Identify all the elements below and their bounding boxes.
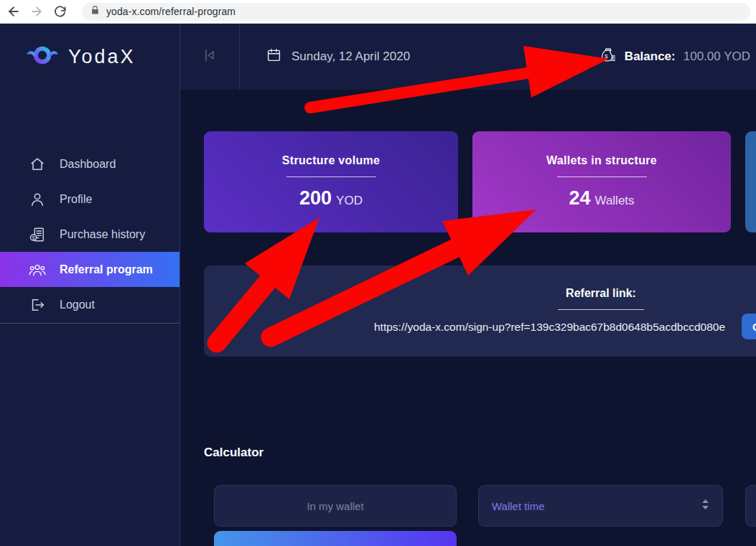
- logout-icon: [29, 296, 46, 314]
- stat-cards-row: Structure volume 200YOD Wallets in struc…: [204, 131, 756, 232]
- yodax-logo-icon: [26, 41, 59, 72]
- brand-name: YodaX: [68, 46, 136, 68]
- browser-back-icon[interactable]: [6, 4, 22, 19]
- content-column: Sunday, 12 April 2020 $ Balance: 100.00 …: [179, 24, 756, 546]
- referral-label-divider: [558, 309, 644, 310]
- logo[interactable]: YodaX: [0, 24, 179, 90]
- referral-link-label: Referral link:: [558, 287, 644, 300]
- referral-link-url: https://yoda-x.com/sign-up?ref=139c329ba…: [374, 321, 725, 334]
- sidebar-item-purchase-history[interactable]: $ Purchase history: [0, 217, 179, 252]
- money-bag-icon: $: [600, 47, 617, 67]
- structure-volume-card: Structure volume 200YOD: [204, 131, 458, 232]
- sidebar-item-dashboard[interactable]: Dashboard: [0, 146, 179, 182]
- stepper-arrows-icon: [701, 499, 709, 513]
- referral-link-panel: Referral link: https://yoda-x.com/sign-u…: [204, 265, 756, 357]
- card-value-row: 24Wallets: [569, 187, 634, 210]
- main-content: Structure volume 200YOD Wallets in struc…: [180, 90, 756, 546]
- svg-text:$: $: [32, 234, 34, 240]
- card-value: 24: [569, 187, 590, 209]
- sidebar: YodaX Dashboard Profile $ Purchase histo…: [0, 24, 179, 546]
- collapse-sidebar-icon: [202, 47, 218, 67]
- referral-icon: [29, 261, 46, 278]
- calculator-title: Calculator: [204, 446, 263, 460]
- sidebar-menu: Dashboard Profile $ Purchase history Ref…: [0, 146, 179, 322]
- calendar-icon: [266, 47, 281, 66]
- card-divider: [286, 176, 376, 177]
- wallet-time-select[interactable]: Wallet time: [478, 485, 723, 527]
- sidebar-item-label: Profile: [60, 193, 92, 206]
- top-header: Sunday, 12 April 2020 $ Balance: 100.00 …: [180, 24, 756, 90]
- sidebar-item-label: Purchase history: [60, 228, 145, 241]
- sidebar-item-logout[interactable]: Logout: [0, 287, 179, 322]
- in-my-wallet-input[interactable]: [214, 485, 457, 527]
- purchase-history-icon: $: [29, 226, 46, 243]
- copy-referral-link-button[interactable]: C: [742, 314, 756, 339]
- sidebar-item-label: Referral program: [60, 263, 153, 276]
- calculate-button[interactable]: [214, 531, 457, 546]
- sidebar-item-referral-program[interactable]: Referral program: [0, 252, 179, 287]
- sidebar-collapse-button[interactable]: [180, 24, 240, 90]
- card-unit: YOD: [336, 194, 363, 207]
- balance-value: 100.00 YOD: [683, 50, 750, 64]
- balance-label: Balance:: [625, 50, 676, 64]
- clipped-calculator-input[interactable]: [745, 485, 756, 527]
- sidebar-divider: [0, 323, 179, 324]
- app-frame: YodaX Dashboard Profile $ Purchase histo…: [0, 24, 756, 546]
- balance-display: $ Balance: 100.00 YOD: [600, 47, 756, 67]
- browser-toolbar: yoda-x.com/referral-program: [0, 0, 756, 24]
- card-divider: [557, 176, 647, 177]
- card-unit: Wallets: [594, 194, 634, 207]
- card-title: Structure volume: [282, 154, 380, 167]
- browser-refresh-icon[interactable]: [52, 4, 67, 19]
- home-icon: [29, 156, 46, 173]
- wallets-in-structure-card: Wallets in structure 24Wallets: [472, 131, 731, 232]
- card-value: 200: [299, 187, 332, 209]
- sidebar-item-label: Logout: [60, 298, 95, 311]
- browser-forward-icon[interactable]: [29, 4, 45, 19]
- user-icon: [29, 191, 46, 208]
- svg-text:$: $: [605, 53, 608, 60]
- wallet-time-selected-value: Wallet time: [492, 500, 701, 512]
- sidebar-item-label: Dashboard: [60, 158, 116, 171]
- date-display: Sunday, 12 April 2020: [240, 47, 410, 66]
- lock-icon: [90, 5, 100, 18]
- card-title: Wallets in structure: [546, 154, 657, 167]
- clipped-stat-card: [745, 131, 756, 232]
- address-bar[interactable]: yoda-x.com/referral-program: [82, 3, 750, 21]
- card-value-row: 200YOD: [299, 187, 363, 210]
- sidebar-item-profile[interactable]: Profile: [0, 182, 179, 217]
- url-text: yoda-x.com/referral-program: [106, 6, 235, 17]
- date-text: Sunday, 12 April 2020: [291, 50, 410, 64]
